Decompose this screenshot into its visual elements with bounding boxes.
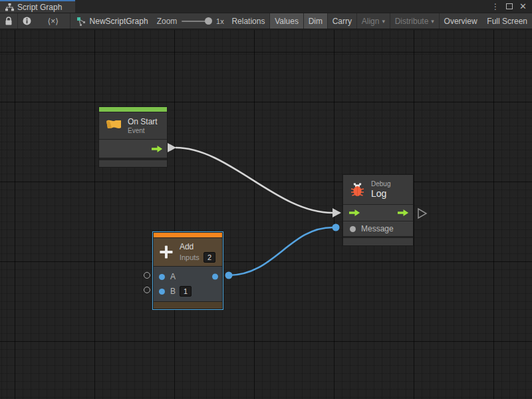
tab-title: Script Graph [17, 3, 62, 12]
port-a-input[interactable] [159, 274, 165, 280]
debug-log-header: Debug Log [343, 175, 413, 204]
exec-out-port-arrow-icon[interactable] [398, 209, 409, 217]
graph-toolbar: ⟨×⟩ NewScriptGraph Zoom 1x Relations Val… [0, 13, 532, 29]
node-subtitle: Event [128, 127, 158, 134]
align-label: Align [362, 17, 380, 26]
port-b-unconnected-endpoint[interactable] [144, 287, 150, 293]
port-row-a: A [154, 269, 222, 284]
relations-label: Relations [231, 17, 265, 26]
node-footer [343, 238, 413, 245]
zoom-value: 1x [216, 17, 224, 25]
node-title: On Start [128, 117, 158, 126]
bug-icon [349, 182, 366, 198]
flag-icon [105, 118, 122, 134]
close-icon[interactable]: ✕ [519, 2, 527, 11]
window-controls: ⋮ ✕ [491, 0, 532, 13]
node-debug-log[interactable]: Debug Log Message [342, 174, 414, 246]
maximize-icon[interactable] [506, 3, 513, 9]
port-row-b: B 1 [154, 284, 222, 299]
zoom-slider-handle[interactable] [205, 17, 212, 25]
zoom-label: Zoom [157, 17, 178, 26]
kebab-menu-icon[interactable]: ⋮ [491, 3, 499, 11]
relations-button[interactable]: Relations [227, 13, 269, 29]
on-start-titles: On Start Event [128, 117, 158, 134]
port-a-label: A [170, 272, 176, 281]
on-start-header: On Start Event [99, 112, 167, 139]
script-graph-window: Script Graph ⋮ ✕ ⟨×⟩ [0, 0, 532, 399]
node-on-start[interactable]: On Start Event [98, 106, 168, 168]
dim-button[interactable]: Dim [304, 13, 327, 29]
lock-icon [5, 17, 13, 25]
overview-button[interactable]: Overview [440, 13, 482, 29]
inputs-count-field[interactable]: 2 [203, 252, 215, 263]
title-bar: Script Graph ⋮ ✕ [0, 0, 532, 13]
values-button[interactable]: Values [270, 13, 303, 29]
distribute-label: Distribute [395, 17, 429, 26]
zoom-control: Zoom 1x [154, 13, 227, 29]
lock-button[interactable] [0, 13, 17, 29]
inputs-label: Inputs [180, 253, 200, 261]
log-exec-row [343, 205, 413, 221]
sum-output-port[interactable] [212, 274, 218, 280]
port-b-value-field[interactable]: 1 [180, 286, 192, 297]
event-node-strip [99, 107, 167, 112]
node-title: Add [180, 242, 215, 251]
node-title: Log [371, 188, 390, 199]
script-graph-asset-icon [76, 17, 86, 26]
node-footer [154, 302, 222, 309]
debug-log-titles: Debug Log [371, 180, 390, 199]
chevron-down-icon: ▾ [431, 18, 434, 25]
graph-asset-reference[interactable]: NewScriptGraph [70, 13, 154, 29]
port-b-input[interactable] [159, 289, 165, 295]
exec-out-port-arrow-icon[interactable] [152, 145, 163, 153]
node-footer [99, 160, 167, 167]
zoom-slider[interactable] [182, 21, 211, 22]
align-button[interactable]: Align ▾ [357, 13, 390, 29]
info-button[interactable] [18, 13, 36, 29]
distribute-button[interactable]: Distribute ▾ [390, 13, 439, 29]
port-b-label: B [170, 287, 176, 296]
chevron-down-icon: ▾ [382, 18, 385, 25]
carry-label: Carry [332, 17, 352, 26]
carry-button[interactable]: Carry [328, 13, 356, 29]
overview-label: Overview [444, 17, 477, 26]
info-icon [23, 17, 31, 25]
log-message-row: Message [343, 221, 413, 236]
fullscreen-button[interactable]: Full Screen [482, 13, 532, 29]
plus-icon [158, 243, 174, 261]
graph-canvas[interactable] [0, 30, 532, 399]
graph-hierarchy-icon [5, 3, 14, 11]
add-inputs-row: Inputs 2 [180, 252, 215, 263]
dim-label: Dim [309, 17, 323, 26]
tab-script-graph[interactable]: Script Graph [0, 0, 75, 13]
on-start-exec-out-row [99, 140, 167, 158]
graph-asset-name: NewScriptGraph [90, 17, 148, 26]
values-label: Values [275, 17, 299, 26]
add-header: Add Inputs 2 [154, 238, 222, 266]
message-port-label: Message [361, 224, 394, 233]
add-node-strip [154, 233, 222, 237]
node-add[interactable]: Add Inputs 2 A B 1 [153, 232, 223, 309]
exec-in-port-arrow-icon[interactable] [349, 209, 360, 217]
port-a-unconnected-endpoint[interactable] [144, 272, 150, 279]
add-titles: Add Inputs 2 [180, 242, 215, 263]
code-toggle-button[interactable]: ⟨×⟩ [36, 13, 70, 29]
node-surtitle: Debug [371, 180, 390, 188]
message-input-port[interactable] [350, 226, 356, 232]
fullscreen-label: Full Screen [487, 17, 527, 26]
add-ports-body: A B 1 [154, 267, 222, 301]
